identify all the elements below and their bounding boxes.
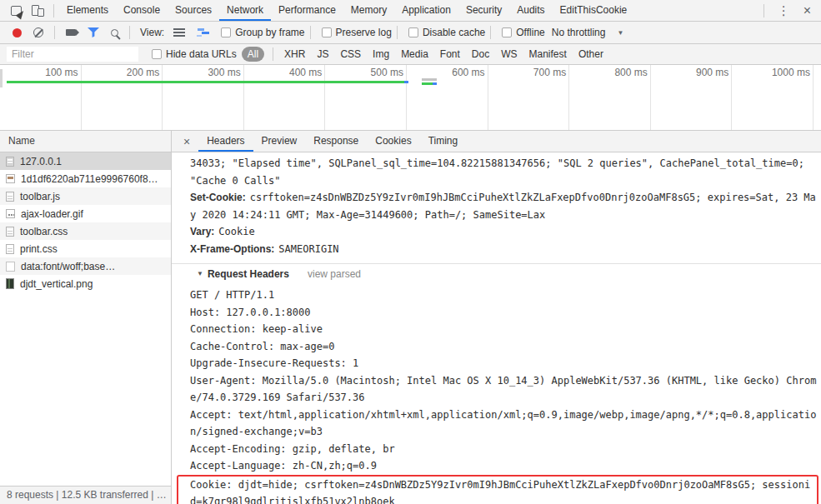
type-filter-css[interactable]: CSS	[334, 47, 367, 62]
network-overview-timeline[interactable]: 100 ms 200 ms 300 ms 400 ms 500 ms 600 m…	[0, 65, 821, 131]
request-row[interactable]: 1d1df6220ab711e9996760f8…	[0, 170, 171, 187]
tab-headers[interactable]: Headers	[198, 131, 253, 152]
type-filter-doc[interactable]: Doc	[466, 47, 495, 62]
tab-response[interactable]: Response	[305, 131, 367, 152]
preserve-log-checkbox[interactable]	[322, 27, 332, 37]
type-filter-manifest[interactable]: Manifest	[523, 47, 573, 62]
more-options-icon[interactable]: ⋮	[769, 3, 798, 18]
request-row[interactable]: toolbar.css	[0, 222, 171, 240]
request-row[interactable]: 127.0.0.1	[0, 152, 171, 170]
request-row[interactable]: ajax-loader.gif	[0, 205, 171, 222]
request-name: 1d1df6220ab711e9996760f8…	[21, 173, 158, 185]
inspect-cursor-icon	[11, 6, 22, 16]
network-toolbar: View: Group by frame Preserve log Disabl…	[0, 22, 821, 44]
camera-icon	[66, 29, 76, 36]
type-filter-font[interactable]: Font	[434, 47, 466, 62]
overview-drag-handle[interactable]	[0, 69, 3, 87]
raw-request-line: Accept-Encoding: gzip, deflate, br	[190, 441, 817, 458]
clear-button[interactable]	[28, 22, 49, 42]
disable-cache-label: Disable cache	[423, 27, 485, 38]
request-list-panel: Name 127.0.0.1 1d1df6220ab711e9996760f8……	[0, 131, 172, 504]
hide-data-urls-label: Hide data URLs	[166, 48, 237, 60]
tab-console[interactable]: Console	[116, 0, 168, 21]
header-name: Vary:	[190, 226, 214, 237]
tab-network[interactable]: Network	[219, 0, 271, 21]
overview-toggle[interactable]	[191, 22, 215, 42]
tab-audits[interactable]: Audits	[509, 0, 552, 21]
name-column-header[interactable]: Name	[0, 131, 171, 152]
separator	[273, 47, 273, 61]
throttling-select[interactable]: No throttling ▼	[552, 27, 624, 38]
type-filter-img[interactable]: Img	[367, 47, 395, 62]
raw-request-line: Upgrade-Insecure-Requests: 1	[190, 355, 817, 372]
request-name: toolbar.js	[20, 191, 60, 202]
tab-performance[interactable]: Performance	[271, 0, 343, 21]
request-name: print.css	[20, 243, 58, 255]
type-filter-xhr[interactable]: XHR	[278, 47, 311, 62]
separator	[490, 26, 491, 39]
data-uri-file-icon	[6, 262, 15, 272]
script-file-icon	[6, 192, 14, 202]
disable-cache-checkbox[interactable]	[408, 27, 418, 37]
type-filter-all[interactable]: All	[242, 47, 264, 62]
overview-small-bar-green	[422, 82, 433, 85]
separator	[310, 26, 311, 39]
cookie-request-line: Cookie: djdt=hide; csrftoken=z4sDnWBZDz5…	[190, 477, 815, 504]
device-toolbar-button[interactable]	[27, 0, 48, 21]
request-details-panel: × Headers Preview Response Cookies Timin…	[172, 131, 821, 504]
timeline-tick: 400 ms	[244, 65, 326, 130]
timeline-tick: 300 ms	[163, 65, 244, 130]
timeline-tick: 1000 ms	[732, 65, 813, 130]
raw-request-line: Accept-Language: zh-CN,zh;q=0.9	[190, 457, 817, 475]
timeline-tick: 800 ms	[569, 65, 651, 130]
group-by-frame-checkbox[interactable]	[221, 27, 231, 37]
status-bar: 8 requests | 12.5 KB transferred | …	[0, 486, 172, 504]
request-row[interactable]: djdt_vertical.png	[0, 275, 171, 292]
details-tab-bar: × Headers Preview Response Cookies Timin…	[172, 131, 821, 152]
chevron-down-icon: ▼	[617, 29, 623, 37]
header-value: csrftoken=z4sDnWBZDz5Y9zIvr0mI9hJBmCciPu…	[190, 192, 816, 221]
request-row[interactable]: print.css	[0, 240, 171, 257]
record-icon	[13, 28, 22, 37]
overview-small-bar-blue	[433, 82, 437, 85]
request-headers-section-header[interactable]: ▼ Request Headers view parsed	[197, 266, 817, 283]
tab-elements[interactable]: Elements	[59, 0, 116, 21]
request-name: 127.0.0.1	[20, 156, 62, 167]
response-header-overflow: 34033; "Elapsed time", SQLPanel_sql_time…	[190, 155, 817, 189]
large-rows-toggle[interactable]	[168, 22, 191, 42]
close-details-icon[interactable]: ×	[175, 135, 198, 148]
section-title: Request Headers	[208, 266, 289, 283]
view-parsed-link[interactable]: view parsed	[308, 266, 361, 283]
filter-toggle-button[interactable]	[82, 22, 105, 42]
close-devtools-icon[interactable]: ×	[798, 3, 821, 18]
capture-screenshots-button[interactable]	[60, 22, 82, 42]
gif-file-icon	[6, 209, 15, 218]
raw-request-line: GET / HTTP/1.1	[190, 287, 817, 304]
filter-input[interactable]	[7, 47, 138, 62]
record-button[interactable]	[7, 22, 28, 42]
search-button[interactable]	[105, 22, 124, 42]
tab-sources[interactable]: Sources	[168, 0, 219, 21]
type-filter-other[interactable]: Other	[573, 47, 609, 62]
hide-data-urls-checkbox[interactable]	[152, 49, 162, 59]
raw-request-line: Cache-Control: max-age=0	[190, 338, 817, 356]
type-filter-media[interactable]: Media	[395, 47, 434, 62]
inspect-element-button[interactable]	[5, 0, 27, 21]
tab-security[interactable]: Security	[458, 0, 509, 21]
offline-checkbox[interactable]	[502, 27, 512, 37]
request-row[interactable]: toolbar.js	[0, 187, 171, 205]
preserve-log-label: Preserve log	[336, 27, 392, 38]
tab-editthiscookie[interactable]: EditThisCookie	[553, 0, 635, 21]
tab-memory[interactable]: Memory	[343, 0, 394, 21]
type-filter-ws[interactable]: WS	[495, 47, 523, 62]
request-name: toolbar.css	[20, 226, 68, 237]
timeline-tick: 900 ms	[651, 65, 733, 130]
response-header-line: X-Frame-Options:SAMEORIGIN	[190, 241, 817, 258]
tab-timing[interactable]: Timing	[420, 131, 467, 152]
type-filter-js[interactable]: JS	[311, 47, 334, 62]
tab-cookies[interactable]: Cookies	[367, 131, 419, 152]
tab-application[interactable]: Application	[394, 0, 458, 21]
request-row[interactable]: data:font/woff;base…	[0, 257, 171, 275]
tab-preview[interactable]: Preview	[253, 131, 306, 152]
timeline-tick: 100 ms	[0, 65, 82, 130]
